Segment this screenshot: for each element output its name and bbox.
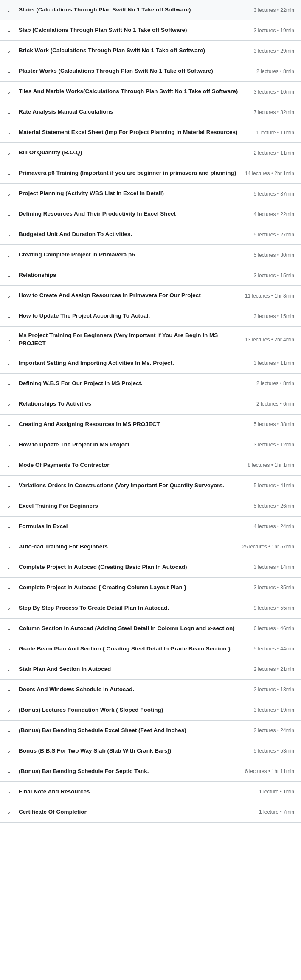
chevron-icon: ⌄ (7, 605, 14, 611)
section-meta: 6 lectures • 1hr 11min (245, 768, 294, 774)
section-title: Bill Of Quantity (B.O.Q) (19, 149, 248, 157)
section-row-stairs[interactable]: ⌄ Stairs (Calculations Through Plan Swif… (0, 0, 301, 20)
section-meta: 3 lectures • 14min (253, 564, 294, 570)
section-title: Material Statement Excel Sheet (Imp For … (19, 128, 251, 136)
section-row-plaster-works[interactable]: ⌄ Plaster Works (Calculations Through Pl… (0, 61, 301, 82)
section-row-creating-assigning-resources[interactable]: ⌄ Creating And Assigning Resources In MS… (0, 415, 301, 435)
chevron-icon: ⌄ (7, 544, 14, 550)
section-title: Budgeted Unit And Duration To Activities… (19, 230, 248, 239)
chevron-icon: ⌄ (7, 646, 14, 652)
section-row-primavera-p6[interactable]: ⌄ Primavera p6 Training (Important if yo… (0, 163, 301, 184)
section-row-autocad-training[interactable]: ⌄ Auto-cad Training For Beginners 25 lec… (0, 537, 301, 557)
section-row-certificate[interactable]: ⌄ Certificate Of Completion 1 lecture • … (0, 802, 301, 823)
section-title: Relationships (19, 271, 248, 279)
section-meta: 7 lectures • 32min (253, 109, 294, 115)
section-row-mode-of-payments[interactable]: ⌄ Mode Of Payments To Contractor 8 lectu… (0, 455, 301, 476)
section-row-complete-project-basic[interactable]: ⌄ Complete Project In Autocad (Creating … (0, 557, 301, 578)
section-title: Defining W.B.S For Our Project In MS Pro… (19, 380, 251, 388)
section-row-doors-windows[interactable]: ⌄ Doors And Windows Schedule In Autocad.… (0, 680, 301, 700)
section-title: Rate Analysis Manual Calculations (19, 108, 248, 116)
section-row-material-statement[interactable]: ⌄ Material Statement Excel Sheet (Imp Fo… (0, 122, 301, 143)
section-title: Project Planning (Activity WBS List In E… (19, 190, 248, 198)
chevron-icon: ⌄ (7, 191, 14, 197)
section-meta: 13 lectures • 2hr 4min (245, 337, 294, 343)
section-title: Excel Training For Beginners (19, 502, 248, 510)
section-row-ms-project-training[interactable]: ⌄ Ms Project Training For Beginners (Ver… (0, 327, 301, 353)
section-meta: 5 lectures • 41min (253, 483, 294, 489)
section-row-how-to-update-ms[interactable]: ⌄ How to Update The Project In MS Projec… (0, 435, 301, 455)
section-row-relationships[interactable]: ⌄ Relationships 3 lectures • 15min (0, 265, 301, 286)
section-row-project-planning[interactable]: ⌄ Project Planning (Activity WBS List In… (0, 184, 301, 204)
chevron-icon: ⌄ (7, 707, 14, 713)
section-row-defining-wbs[interactable]: ⌄ Defining W.B.S For Our Project In MS P… (0, 374, 301, 394)
section-title: Final Note And Resources (19, 788, 254, 796)
section-row-relationships-activities[interactable]: ⌄ Relationships To Activities 2 lectures… (0, 394, 301, 415)
section-title: Stairs (Calculations Through Plan Swift … (19, 6, 248, 14)
chevron-icon: ⌄ (7, 789, 14, 795)
section-row-excel-training[interactable]: ⌄ Excel Training For Beginners 5 lecture… (0, 496, 301, 517)
section-meta: 2 lectures • 6min (256, 401, 294, 407)
section-row-budgeted-unit[interactable]: ⌄ Budgeted Unit And Duration To Activiti… (0, 224, 301, 245)
section-row-grade-beam[interactable]: ⌄ Grade Beam Plan And Section { Creating… (0, 639, 301, 659)
section-meta: 3 lectures • 15min (253, 273, 294, 278)
section-meta: 5 lectures • 37min (253, 191, 294, 197)
chevron-icon: ⌄ (7, 48, 14, 54)
section-row-how-to-create-assign[interactable]: ⌄ How to Create And Assign Resources In … (0, 286, 301, 306)
section-meta: 3 lectures • 15min (253, 313, 294, 319)
chevron-icon: ⌄ (7, 401, 14, 407)
chevron-icon: ⌄ (7, 564, 14, 570)
section-title: How to Update The Project In MS Project. (19, 441, 248, 449)
section-meta: 5 lectures • 38min (253, 421, 294, 427)
section-row-bonus-two-way-slab[interactable]: ⌄ Bonus (B.B.S For Two Way Slab (Slab Wi… (0, 741, 301, 761)
chevron-icon: ⌄ (7, 625, 14, 631)
section-meta: 5 lectures • 26min (253, 503, 294, 509)
section-row-formulas-excel[interactable]: ⌄ Formulas In Excel 4 lectures • 24min (0, 517, 301, 537)
section-title: (Bonus) Lectures Foundation Work ( Slope… (19, 706, 248, 714)
section-title: Step By Step Process To Create Detail Pl… (19, 604, 248, 612)
section-title: Ms Project Training For Beginners (Very … (19, 332, 240, 348)
section-meta: 3 lectures • 35min (253, 585, 294, 591)
chevron-icon: ⌄ (7, 666, 14, 672)
section-row-creating-complete-project[interactable]: ⌄ Creating Complete Project In Primavera… (0, 245, 301, 265)
chevron-icon: ⌄ (7, 503, 14, 509)
section-row-step-by-step[interactable]: ⌄ Step By Step Process To Create Detail … (0, 598, 301, 619)
section-row-complete-project-column[interactable]: ⌄ Complete Project In Autocad { Creating… (0, 578, 301, 598)
section-row-how-to-update[interactable]: ⌄ How to Update The Project According To… (0, 306, 301, 327)
section-row-rate-analysis[interactable]: ⌄ Rate Analysis Manual Calculations 7 le… (0, 102, 301, 122)
section-meta: 3 lectures • 29min (253, 48, 294, 54)
section-title: Important Setting And Importing Activiti… (19, 359, 248, 367)
section-meta: 5 lectures • 44min (253, 646, 294, 652)
section-row-slab[interactable]: ⌄ Slab (Calculations Through Plan Swift … (0, 20, 301, 41)
section-meta: 2 lectures • 11min (253, 150, 294, 156)
section-meta: 8 lectures • 1hr 1min (248, 462, 294, 468)
section-title: Creating And Assigning Resources In MS P… (19, 420, 248, 429)
section-meta: 3 lectures • 10min (253, 89, 294, 95)
section-row-important-setting[interactable]: ⌄ Important Setting And Importing Activi… (0, 353, 301, 374)
chevron-icon: ⌄ (7, 130, 14, 136)
section-row-stair-plan[interactable]: ⌄ Stair Plan And Section In Autocad 2 le… (0, 659, 301, 680)
section-row-variations-orders[interactable]: ⌄ Variations Orders In Constructions (Ve… (0, 476, 301, 496)
section-meta: 5 lectures • 30min (253, 252, 294, 258)
section-meta: 9 lectures • 55min (253, 605, 294, 611)
section-title: Formulas In Excel (19, 523, 248, 531)
chevron-icon: ⌄ (7, 483, 14, 489)
section-meta: 1 lecture • 11min (256, 130, 294, 136)
chevron-icon: ⌄ (7, 687, 14, 693)
section-title: Certificate Of Completion (19, 808, 254, 816)
section-row-final-note[interactable]: ⌄ Final Note And Resources 1 lecture • 1… (0, 782, 301, 802)
section-meta: 1 lecture • 1min (259, 789, 294, 795)
section-row-boq[interactable]: ⌄ Bill Of Quantity (B.O.Q) 2 lectures • … (0, 143, 301, 163)
chevron-icon: ⌄ (7, 293, 14, 299)
section-row-brick-work[interactable]: ⌄ Brick Work (Calculations Through Plan … (0, 41, 301, 61)
section-meta: 2 lectures • 8min (256, 68, 294, 74)
section-title: Column Section In Autocad (Adding Steel … (19, 625, 248, 633)
section-row-bonus-septic-tank[interactable]: ⌄ (Bonus) Bar Bending Schedule For Septi… (0, 761, 301, 782)
section-title: Complete Project In Autocad (Creating Ba… (19, 563, 248, 571)
section-row-tiles-marble[interactable]: ⌄ Tiles And Marble Works(Calculations Th… (0, 82, 301, 102)
section-row-defining-resources[interactable]: ⌄ Defining Resources And Their Productiv… (0, 204, 301, 224)
section-row-column-section[interactable]: ⌄ Column Section In Autocad (Adding Stee… (0, 619, 301, 639)
chevron-icon: ⌄ (7, 313, 14, 319)
section-row-bonus-bar-bending[interactable]: ⌄ (Bonus) Bar Bending Schedule Excel She… (0, 721, 301, 741)
section-row-bonus-foundation[interactable]: ⌄ (Bonus) Lectures Foundation Work ( Slo… (0, 700, 301, 721)
section-meta: 2 lectures • 21min (253, 666, 294, 672)
